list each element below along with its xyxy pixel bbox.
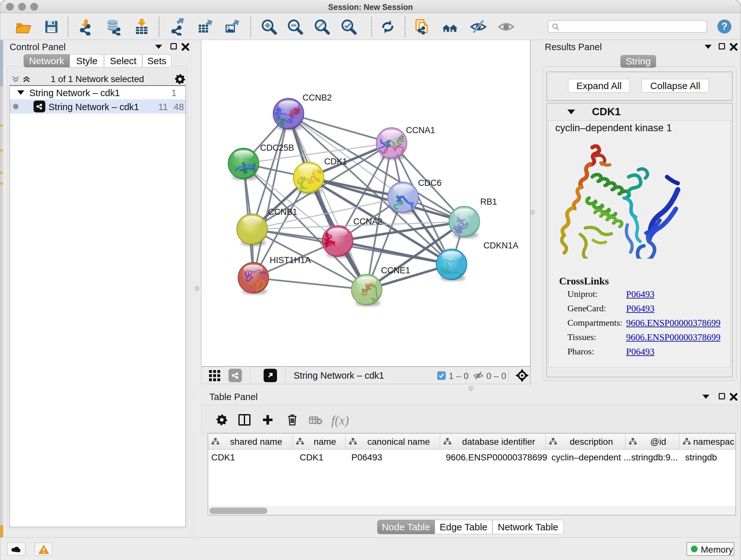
svg-text:CCNB1: CCNB1: [268, 207, 297, 217]
svg-text:CCNE1: CCNE1: [381, 266, 410, 275]
svg-text:CDC6: CDC6: [418, 178, 442, 188]
svg-text:CCNA1: CCNA1: [406, 125, 435, 135]
svg-text:HIST1H1A: HIST1H1A: [270, 255, 311, 265]
svg-text:CDK1: CDK1: [324, 157, 347, 166]
svg-text:CCNA2: CCNA2: [353, 217, 383, 226]
svg-text:RB1: RB1: [480, 197, 497, 206]
svg-text:CDC25B: CDC25B: [260, 143, 294, 152]
svg-text:CCNB2: CCNB2: [302, 93, 332, 103]
svg-text:CDKN1A: CDKN1A: [483, 241, 519, 250]
